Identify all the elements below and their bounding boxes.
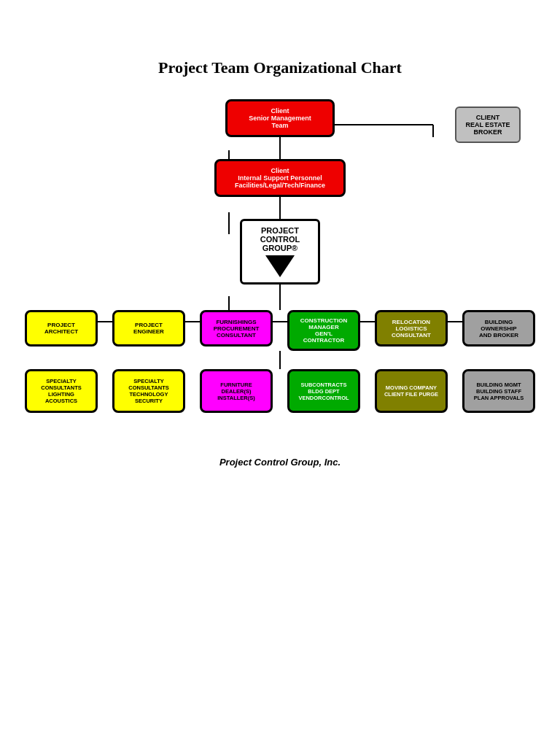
level3-item-4: MOVING COMPANY CLIENT FILE PURGE [375,369,448,413]
senior-mgmt-box: Client Senior Management Team [225,99,335,137]
pcg-line3: GROUP® [262,244,298,252]
level3-item-2: FURNITURE DEALER(S) INSTALLER(S) [200,369,273,413]
level3-item-5: BUILDING MGMT BUILDING STAFF PLAN APPROV… [462,369,535,413]
pcg-box: PROJECT CONTROL GROUP® [240,219,320,285]
level2-item-0: PROJECT ARCHITECT [25,310,98,351]
senior-mgmt-line2: Senior Management [238,115,322,122]
project-engineer-box: PROJECT ENGINEER [112,310,185,347]
page-title: Project Team Organizational Chart [158,58,402,77]
relocation-box: RELOCATION LOGISTICS CONSULTANT [375,310,448,347]
internal-line3: Facilities/Legal/Tech/Finance [227,182,333,189]
senior-mgmt-line3: Team [238,122,322,129]
level2-item-4: RELOCATION LOGISTICS CONSULTANT [375,310,448,351]
client-broker-box: CLIENT REAL ESTATE BROKER [455,107,521,143]
level2-row: PROJECT ARCHITECT PROJECT ENGINEER FURNI… [25,310,535,351]
internal-line2: Internal Support Personnel [227,174,333,182]
furnishings-box: FURNISHINGS PROCUREMENT CONSULTANT [200,310,273,347]
specialty-tech-box: SPECIALTY CONSULTANTS TECHNOLOGY SECURIT… [112,369,185,413]
internal-line1: Client [227,167,333,174]
broker-line2: REAL ESTATE [464,121,512,128]
senior-mgmt-line1: Client [238,107,322,115]
client-internal-box: Client Internal Support Personnel Facili… [214,159,346,197]
pcg-line2: CONTROL [260,235,300,244]
building-ownership-box: BUILDING OWNERSHIP AND BROKER [462,310,535,347]
broker-line3: BROKER [464,128,512,136]
org-chart: Client Senior Management Team CLIENT REA… [18,99,542,413]
level2-item-3: CONSTRUCTION MANAGER GEN'L CONTRACTOR [287,310,360,351]
footer-text: Project Control Group, Inc. [219,457,341,468]
level3-item-0: SPECIALTY CONSULTANTS LIGHTING ACOUSTICS [25,369,98,413]
pcg-line1: PROJECT [261,226,299,235]
level3-item-1: SPECIALTY CONSULTANTS TECHNOLOGY SECURIT… [112,369,185,413]
level2-item-2: FURNISHINGS PROCUREMENT CONSULTANT [200,310,273,351]
furniture-dealer-box: FURNITURE DEALER(S) INSTALLER(S) [200,369,273,413]
specialty-lighting-box: SPECIALTY CONSULTANTS LIGHTING ACOUSTICS [25,369,98,413]
level3-row: SPECIALTY CONSULTANTS LIGHTING ACOUSTICS… [25,369,535,413]
construction-box: CONSTRUCTION MANAGER GEN'L CONTRACTOR [287,310,360,351]
subcontracts-box: SUBCONTRACTS BLDG DEPT VENDORCONTROL [287,369,360,413]
building-mgmt-box: BUILDING MGMT BUILDING STAFF PLAN APPROV… [462,369,535,413]
level2-item-1: PROJECT ENGINEER [112,310,185,351]
pcg-triangle [265,255,295,277]
broker-line1: CLIENT [464,114,512,121]
level2-item-5: BUILDING OWNERSHIP AND BROKER [462,310,535,351]
project-architect-box: PROJECT ARCHITECT [25,310,98,347]
moving-company-box: MOVING COMPANY CLIENT FILE PURGE [375,369,448,413]
level3-item-3: SUBCONTRACTS BLDG DEPT VENDORCONTROL [287,369,360,413]
